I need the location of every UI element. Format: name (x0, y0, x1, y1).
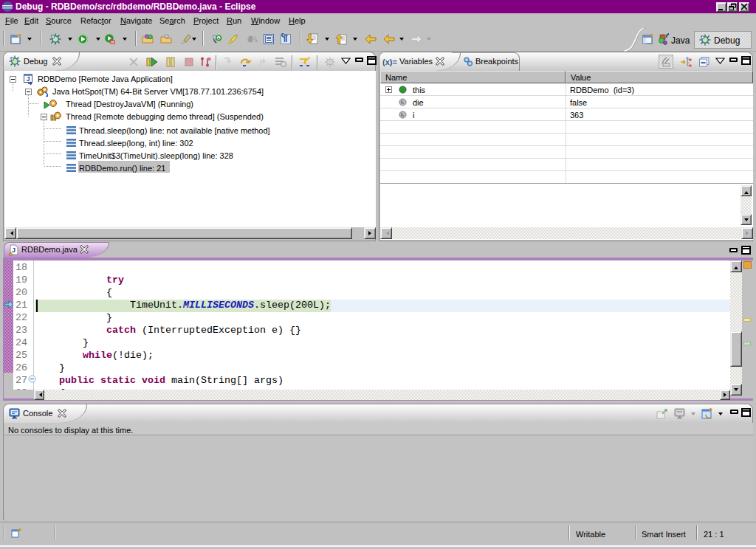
svg-text:J: J (12, 246, 16, 254)
svg-text:J: J (26, 75, 30, 83)
svg-text:(x)=: (x)= (382, 58, 397, 66)
svg-text:!: ! (10, 252, 10, 256)
